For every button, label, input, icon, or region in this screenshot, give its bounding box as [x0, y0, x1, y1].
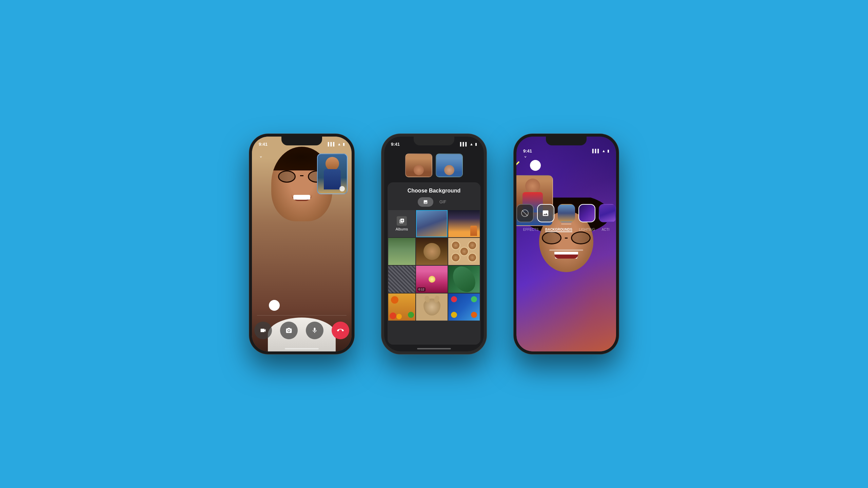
- call-controls-left: [252, 315, 352, 345]
- photo-2[interactable]: [448, 210, 480, 237]
- photo-7[interactable]: 0:12: [416, 266, 448, 293]
- ar-tabs-row: EFFECTS BACKGROUNDS LIGHTING ACTI: [516, 226, 616, 233]
- battery-icon-c: ▮: [475, 142, 477, 146]
- phones-container: 9:41 ▌▌▌ ▲ ▮ ˅: [249, 134, 619, 354]
- bottom-controls-right: EFFECTS BACKGROUNDS LIGHTING ACTI: [516, 201, 616, 233]
- no-background-button[interactable]: [516, 204, 534, 222]
- tab-activity[interactable]: ACTI: [601, 227, 609, 232]
- right-bg: 9:41 ▌▌▌ ▲ ▮ ˅: [516, 137, 616, 351]
- battery-icon-r: ▮: [607, 149, 609, 153]
- photo-11[interactable]: [448, 293, 480, 321]
- home-indicator-left: [285, 348, 319, 349]
- tab-backgrounds[interactable]: BACKGROUNDS: [545, 227, 572, 232]
- status-bar-right: 9:41 ▌▌▌ ▲ ▮: [516, 143, 616, 158]
- phone-right-screen: 9:41 ▌▌▌ ▲ ▮ ˅: [516, 137, 616, 351]
- status-time-left: 9:41: [259, 142, 268, 147]
- albums-button[interactable]: Albums: [388, 210, 415, 237]
- background-option-1[interactable]: [558, 204, 575, 222]
- tab-effects[interactable]: EFFECTS: [523, 227, 539, 232]
- thumbnail-2[interactable]: [436, 154, 463, 177]
- notch-right: [546, 137, 587, 145]
- home-indicator-center: [417, 348, 451, 349]
- thumbnail-1[interactable]: [405, 154, 432, 177]
- tab-gif[interactable]: GIF: [435, 197, 450, 207]
- phone-center-screen: 9:41 ▌▌▌ ▲ ▮: [384, 137, 484, 351]
- notch-center: [414, 137, 454, 145]
- end-call-button[interactable]: [332, 322, 349, 339]
- photo-9[interactable]: [388, 293, 415, 321]
- signal-icon: ▌▌▌: [328, 142, 336, 146]
- chevron-down-icon-right[interactable]: ˅: [524, 155, 527, 163]
- photo-6[interactable]: [388, 266, 415, 293]
- status-time-center: 9:41: [391, 142, 400, 147]
- pip-person-bg: [318, 154, 347, 194]
- wifi-icon: ▲: [337, 142, 341, 146]
- left-video-bg: 9:41 ▌▌▌ ▲ ▮ ˅: [252, 137, 352, 351]
- choose-background-title: Choose Background: [388, 182, 480, 197]
- call-thumbnails: [384, 154, 484, 177]
- gif-label: GIF: [439, 200, 446, 204]
- background-option-2[interactable]: [578, 204, 596, 222]
- notch-left: [281, 137, 322, 145]
- battery-icon: ▮: [343, 142, 345, 146]
- home-indicator-right: [549, 249, 583, 251]
- status-icons-left: ▌▌▌ ▲ ▮: [328, 142, 345, 146]
- photo-featured[interactable]: [416, 210, 448, 237]
- bg-tab-row: GIF: [388, 197, 480, 210]
- background-option-3[interactable]: [599, 204, 616, 222]
- mic-indicator-left: [269, 300, 280, 311]
- photo-grid: Albums: [388, 210, 480, 345]
- photo-5[interactable]: [448, 238, 480, 265]
- center-bg: 9:41 ▌▌▌ ▲ ▮: [384, 137, 484, 351]
- bg-options-row: [516, 201, 616, 224]
- chevron-down-icon-left[interactable]: ˅: [259, 155, 262, 163]
- tab-photos[interactable]: [418, 197, 433, 207]
- status-time-right: 9:41: [523, 148, 532, 154]
- status-icons-right: ▌▌▌ ▲ ▮: [592, 149, 609, 153]
- phone-right: 9:41 ▌▌▌ ▲ ▮ ˅: [514, 134, 619, 354]
- video-duration: 0:12: [417, 287, 426, 291]
- pip-video-left[interactable]: [317, 154, 348, 194]
- signal-icon-c: ▌▌▌: [460, 142, 468, 146]
- wifi-icon-r: ▲: [602, 149, 606, 153]
- status-icons-center: ▌▌▌ ▲ ▮: [460, 142, 477, 146]
- albums-label: Albums: [396, 227, 408, 231]
- choose-background-panel: Choose Background GIF: [388, 182, 480, 345]
- camera-button[interactable]: [254, 322, 272, 339]
- wifi-icon-c: ▲: [470, 142, 473, 146]
- photos-background-button[interactable]: [537, 204, 554, 222]
- phone-center: 9:41 ▌▌▌ ▲ ▮: [381, 134, 487, 354]
- mute-button[interactable]: [306, 322, 323, 339]
- albums-icon: [397, 216, 407, 226]
- photo-3[interactable]: [388, 238, 415, 265]
- tab-lighting[interactable]: LIGHTING: [579, 227, 595, 232]
- photo-8[interactable]: [448, 266, 480, 293]
- flip-camera-button[interactable]: [280, 322, 298, 339]
- phone-left-screen: 9:41 ▌▌▌ ▲ ▮ ˅: [252, 137, 352, 351]
- photo-4[interactable]: [416, 238, 448, 265]
- svg-line-1: [522, 210, 528, 216]
- photo-10[interactable]: [416, 293, 448, 321]
- mic-indicator-right: [530, 160, 541, 171]
- phone-left: 9:41 ▌▌▌ ▲ ▮ ˅: [249, 134, 354, 354]
- signal-icon-r: ▌▌▌: [592, 149, 600, 153]
